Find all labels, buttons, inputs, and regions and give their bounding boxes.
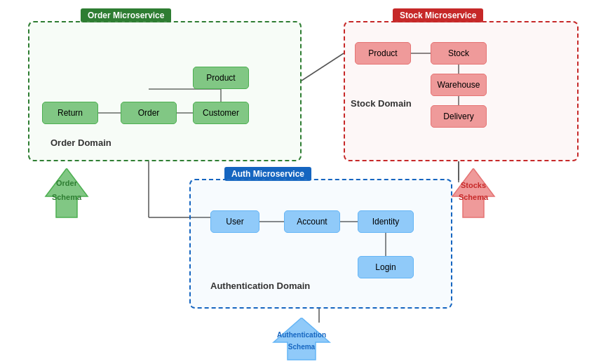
order-microservice-label: Order Microservice xyxy=(81,8,171,22)
auth-schema-arrow: Authentication Schema xyxy=(259,318,344,364)
warehouse-node: Warehouse xyxy=(431,74,487,96)
svg-line-14 xyxy=(302,53,344,81)
auth-domain-label: Authentication Domain xyxy=(210,281,310,291)
customer-node: Customer xyxy=(193,102,249,124)
order-node: Order xyxy=(121,102,177,124)
product-stock-node: Product xyxy=(355,42,411,65)
svg-text:Order: Order xyxy=(56,179,78,187)
delivery-node: Delivery xyxy=(431,105,487,128)
user-node: User xyxy=(210,210,259,233)
svg-text:Authentication: Authentication xyxy=(277,331,326,339)
return-node: Return xyxy=(42,102,98,124)
stocks-schema-arrow: Stocks Schema xyxy=(438,168,508,227)
stock-node: Stock xyxy=(431,42,487,65)
svg-text:Schema: Schema xyxy=(52,193,82,201)
account-node: Account xyxy=(284,210,340,233)
stocks-schema-svg: Stocks Schema xyxy=(438,168,508,224)
stock-microservice-label: Stock Microservice xyxy=(393,8,483,22)
order-schema-arrow: Order Schema xyxy=(32,168,102,227)
svg-text:Stocks: Stocks xyxy=(461,181,486,189)
identity-node: Identity xyxy=(358,210,414,233)
auth-schema-svg: Authentication Schema xyxy=(259,318,344,364)
order-domain-label: Order Domain xyxy=(50,137,112,148)
svg-text:Schema: Schema xyxy=(459,193,489,201)
svg-marker-22 xyxy=(273,318,330,360)
svg-text:Schema: Schema xyxy=(288,343,316,351)
login-node: Login xyxy=(358,256,414,278)
product-order-node: Product xyxy=(193,67,249,89)
order-schema-svg: Order Schema xyxy=(32,168,102,224)
stock-domain-label: Stock Domain xyxy=(351,98,412,109)
